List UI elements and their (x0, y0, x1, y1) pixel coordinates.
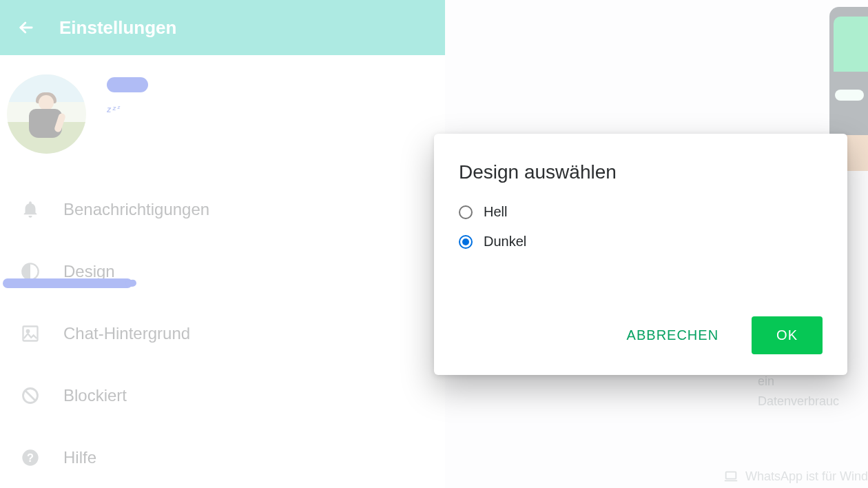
dialog-actions: ABBRECHEN OK (459, 316, 823, 354)
theme-option-light[interactable]: Hell (459, 204, 823, 220)
theme-dialog: Design auswählen Hell Dunkel ABBRECHEN O… (434, 134, 847, 375)
ok-button[interactable]: OK (752, 316, 823, 354)
theme-option-dark[interactable]: Dunkel (459, 234, 823, 250)
radio-icon[interactable] (459, 205, 473, 219)
cancel-button[interactable]: ABBRECHEN (621, 319, 724, 352)
theme-radio-group: Hell Dunkel (459, 204, 823, 316)
radio-label: Dunkel (484, 234, 526, 250)
radio-label: Hell (484, 204, 507, 220)
radio-icon[interactable] (459, 235, 473, 249)
dialog-title: Design auswählen (459, 161, 823, 183)
